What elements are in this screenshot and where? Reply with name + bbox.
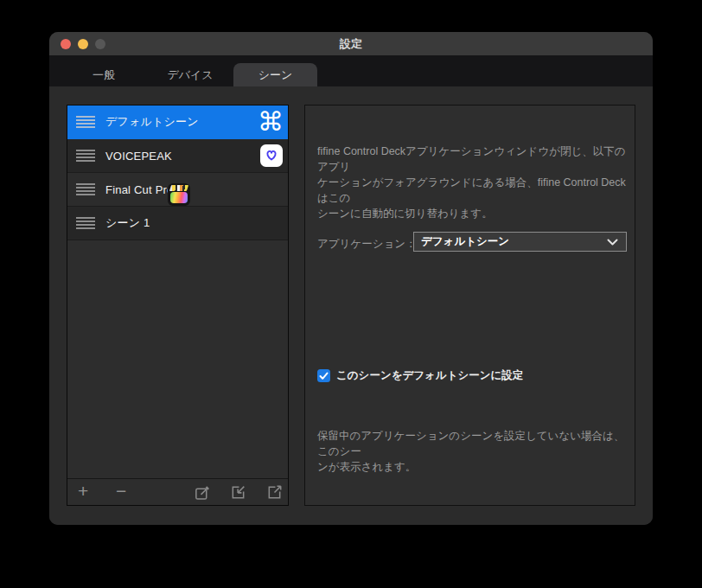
default-scene-checkbox-checked[interactable] [317,369,330,382]
drag-handle-icon[interactable] [76,183,95,195]
desktop-background: 設定 一般 デバイス シーン デフォルトシーン ⌘ VOICEPEAK [0,0,702,588]
clapperboard-body [170,192,188,203]
command-icon: ⌘ [258,109,284,135]
tab-general[interactable]: 一般 [61,63,147,86]
application-label: アプリケーション： [317,237,417,252]
export-scene-icon[interactable] [266,484,283,501]
scene-label: Final Cut Pro [105,183,173,196]
final-cut-pro-icon [168,183,190,206]
remove-scene-button[interactable]: − [116,479,126,505]
chevron-down-icon [607,239,618,246]
scene-label: シーン 1 [105,215,150,231]
default-scene-checkbox-row: このシーンをデフォルトシーンに設定 [317,368,523,383]
scene-row-final-cut-pro[interactable]: Final Cut Pro [67,173,288,207]
import-scene-icon[interactable] [230,484,246,501]
clapperboard-top [169,185,188,191]
scene-settings-content: デフォルトシーン ⌘ VOICEPEAK Final Cut Pro [49,86,653,525]
tab-scene-selected[interactable]: シーン [233,63,317,86]
scene-row-voicepeak[interactable]: VOICEPEAK [67,139,288,173]
application-dropdown-value: デフォルトシーン [414,234,509,249]
scene-toolbar-actions [194,479,283,505]
scene-row-default[interactable]: デフォルトシーン ⌘ [67,105,288,139]
drag-handle-icon[interactable] [76,150,95,162]
voicepeak-icon [260,144,283,167]
default-scene-checkbox-label: このシーンをデフォルトシーンに設定 [336,368,523,383]
checkmark-icon [319,372,329,380]
scene-label: VOICEPEAK [105,150,172,163]
application-dropdown[interactable]: デフォルトシーン [413,232,627,252]
scene-list-toolbar: + − [67,478,288,505]
pending-scene-footnote: 保留中のアプリケーションのシーンを設定していない場合は、このシー ンが表示されま… [317,428,627,475]
scene-detail-panel: fifine Control Deckアプリケーションウィンドウが閉じ、以下のア… [304,105,635,506]
window-title: 設定 [49,32,653,55]
drag-handle-icon[interactable] [76,217,95,229]
scene-list: デフォルトシーン ⌘ VOICEPEAK Final Cut Pro [67,105,289,506]
auto-switch-description: fifine Control Deckアプリケーションウィンドウが閉じ、以下のア… [317,144,627,221]
drag-handle-icon[interactable] [76,116,95,128]
title-bar[interactable]: 設定 [49,32,653,55]
tab-device[interactable]: デバイス [147,63,233,86]
scene-row-scene1[interactable]: シーン 1 [67,207,288,240]
scene-label: デフォルトシーン [105,114,199,130]
tab-bar: 一般 デバイス シーン [49,55,653,86]
settings-window: 設定 一般 デバイス シーン デフォルトシーン ⌘ VOICEPEAK [49,32,653,525]
edit-scene-icon[interactable] [194,484,210,501]
add-scene-button[interactable]: + [78,479,88,505]
